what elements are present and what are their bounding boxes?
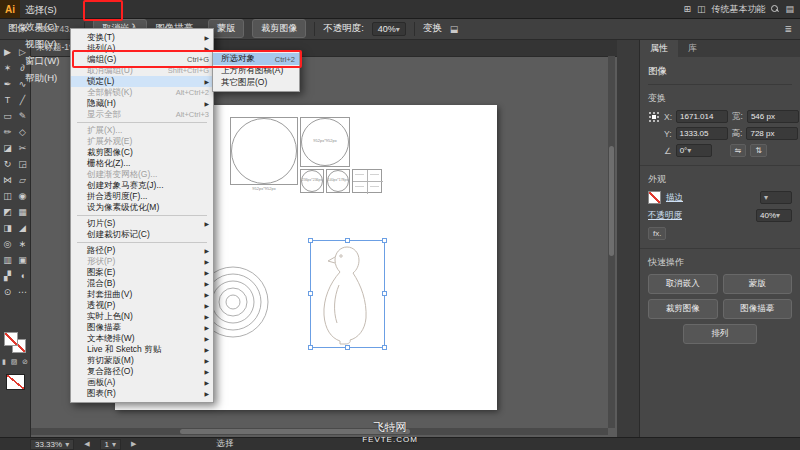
selection-tool[interactable]: ▶ xyxy=(1,44,15,60)
gradient-mode-icon[interactable]: ▨ xyxy=(11,358,18,366)
lock-submenu-item[interactable]: 其它图层(O) ▶ xyxy=(213,77,299,89)
object-menu-item[interactable]: 封套扭曲(V) ▶ xyxy=(71,289,213,300)
zoom-tool[interactable]: ⊙ xyxy=(1,284,15,300)
object-menu-item[interactable]: 切片(S) ▶ xyxy=(71,218,213,229)
scissors-tool[interactable]: ✂ xyxy=(16,140,30,156)
selection-handle[interactable] xyxy=(308,291,313,296)
lock-submenu-item[interactable]: 上方所有图稿(A) ▶ xyxy=(213,65,299,77)
object-menu-item[interactable]: 全部解锁(K) Alt+Ctrl+2 ▶ xyxy=(71,87,213,98)
object-menu-item[interactable]: 复合路径(O) ▶ xyxy=(71,366,213,377)
horizontal-scrollbar[interactable] xyxy=(30,428,608,435)
object-menu-item[interactable]: 排列(A) ▶ xyxy=(71,43,213,54)
perspective-grid-tool[interactable]: ◩ xyxy=(1,204,15,220)
object-menu-item[interactable]: 画板(A) ▶ xyxy=(71,377,213,388)
workspace-switcher[interactable]: 传统基本功能 xyxy=(711,3,765,16)
object-menu-item[interactable]: 混合(B) ▶ xyxy=(71,278,213,289)
quick-arrange-button[interactable]: 排列 xyxy=(683,324,757,344)
selection-handle[interactable] xyxy=(345,238,350,243)
selection-handle[interactable] xyxy=(382,291,387,296)
color-mode-icon[interactable]: ▮ xyxy=(2,358,6,366)
paintbrush-tool[interactable]: ✎ xyxy=(16,108,30,124)
column-graph-tool[interactable]: ▥ xyxy=(1,252,15,268)
gradient-tool[interactable]: ◨ xyxy=(1,220,15,236)
object-menu-item[interactable]: 文本绕排(W) ▶ xyxy=(71,333,213,344)
fill-stroke-indicator[interactable] xyxy=(4,332,26,352)
object-menu-item[interactable]: 剪切蒙版(M) ▶ xyxy=(71,355,213,366)
object-menu-item[interactable]: 图像描摹 ▶ xyxy=(71,322,213,333)
template-big-circle[interactable] xyxy=(231,118,297,184)
selection-handle[interactable] xyxy=(345,345,350,350)
artboard-number-select[interactable]: 1 xyxy=(100,439,121,450)
search-icon[interactable] xyxy=(771,5,779,13)
object-menu-item[interactable]: 变换(T) ▶ xyxy=(71,32,213,43)
object-menu-item[interactable]: 创建裁切标记(C) ▶ xyxy=(71,229,213,240)
share-icon[interactable]: ◫ xyxy=(697,4,706,14)
object-menu-item[interactable]: 扩展外观(E) ▶ xyxy=(71,136,213,147)
object-menu-item[interactable]: 扩展(X)... ▶ xyxy=(71,125,213,136)
object-menu-item[interactable]: 栅格化(Z)... ▶ xyxy=(71,158,213,169)
selection-handle[interactable] xyxy=(308,238,313,243)
align-icons[interactable]: ⬓ xyxy=(450,24,459,34)
object-menu-item[interactable]: 路径(P) ▶ xyxy=(71,245,213,256)
object-menu-item[interactable]: 隐藏(H) ▶ xyxy=(71,98,213,109)
object-menu-item[interactable]: 图表(R) ▶ xyxy=(71,388,213,399)
lock-submenu-item[interactable]: 所选对象 Ctrl+2 ▶ xyxy=(213,53,299,65)
opacity-input[interactable]: 40% xyxy=(756,209,792,222)
object-menu-item[interactable]: 取消编组(U) Shift+Ctrl+G ▶ xyxy=(71,65,213,76)
line-segment-tool[interactable]: ╱ xyxy=(16,92,30,108)
zoom-level-select[interactable]: 33.33% xyxy=(30,439,74,450)
quick-image-trace-button[interactable]: 图像描摹 xyxy=(723,299,793,319)
object-menu-item[interactable]: 创建渐变网格(G)... ▶ xyxy=(71,169,213,180)
symbol-sprayer-tool[interactable]: ∗ xyxy=(16,236,30,252)
reference-point-locator[interactable] xyxy=(648,111,660,123)
opacity-link[interactable]: 不透明度 xyxy=(648,210,682,222)
object-menu-item[interactable]: 拼合透明度(F)... ▶ xyxy=(71,191,213,202)
magic-wand-tool[interactable]: ✶ xyxy=(1,60,15,76)
menu-view[interactable]: 视图(V) xyxy=(20,35,64,52)
flip-horizontal-button[interactable]: ⇋ xyxy=(730,144,747,157)
previous-artboard-icon[interactable]: ◀ xyxy=(84,440,89,448)
eyedropper-tool[interactable]: ◢ xyxy=(16,220,30,236)
object-menu-item[interactable]: 形状(P) ▶ xyxy=(71,256,213,267)
selection-handle[interactable] xyxy=(382,345,387,350)
pencil-tool[interactable]: ✏ xyxy=(1,124,15,140)
none-mode-icon[interactable]: ⊘ xyxy=(22,358,28,366)
object-menu-item[interactable]: 创建对象马赛克(J)... ▶ xyxy=(71,180,213,191)
shaper-tool[interactable]: ◇ xyxy=(16,124,30,140)
hand-tool[interactable]: ◖ xyxy=(16,268,30,284)
menu-help[interactable]: 帮助(H) xyxy=(20,69,64,86)
selection-handle[interactable] xyxy=(308,345,313,350)
illustrator-logo[interactable]: Ai xyxy=(0,0,20,18)
quick-unembed-button[interactable]: 取消嵌入 xyxy=(648,274,718,294)
next-artboard-icon[interactable]: ▶ xyxy=(131,440,136,448)
effects-button[interactable]: fx. xyxy=(648,227,666,240)
slice-tool[interactable]: ▞ xyxy=(1,268,15,284)
scale-tool[interactable]: ◲ xyxy=(16,156,30,172)
selection-handle[interactable] xyxy=(382,238,387,243)
quick-mask-button[interactable]: 蒙版 xyxy=(723,274,793,294)
artboard-tool[interactable]: ▣ xyxy=(16,252,30,268)
arrange-documents-icon[interactable]: ⊞ xyxy=(683,4,691,14)
object-menu-item[interactable]: 图案(E) ▶ xyxy=(71,267,213,278)
eraser-tool[interactable]: ◪ xyxy=(1,140,15,156)
tab-properties[interactable]: 属性 xyxy=(640,40,678,57)
rotate-select[interactable]: 0° xyxy=(676,144,712,157)
live-paint-bucket-tool[interactable]: ◉ xyxy=(16,188,30,204)
quick-crop-button[interactable]: 裁剪图像 xyxy=(648,299,718,319)
object-menu-item[interactable]: 实时上色(N) ▶ xyxy=(71,311,213,322)
fill-color-swatch[interactable] xyxy=(4,332,18,346)
edit-toolbar-button[interactable]: ⋯ xyxy=(16,284,30,300)
blend-tool[interactable]: ◎ xyxy=(1,236,15,252)
object-menu-item[interactable]: 编组(G) Ctrl+G ▶ xyxy=(71,54,213,65)
menu-effect[interactable]: 效果(C) xyxy=(20,18,64,35)
object-menu-item[interactable]: 锁定(L) ▶ xyxy=(71,76,213,87)
tab-libraries[interactable]: 库 xyxy=(678,40,707,57)
stroke-weight-stepper[interactable] xyxy=(760,191,792,204)
menu-select[interactable]: 选择(S) xyxy=(20,1,64,18)
width-tool[interactable]: ⋈ xyxy=(1,172,15,188)
rotate-tool[interactable]: ↻ xyxy=(1,156,15,172)
scrollbar-thumb[interactable] xyxy=(609,146,614,256)
mesh-tool[interactable]: ▦ xyxy=(16,204,30,220)
stroke-link[interactable]: 描边 xyxy=(666,192,683,204)
pen-tool[interactable]: ✒ xyxy=(1,76,15,92)
